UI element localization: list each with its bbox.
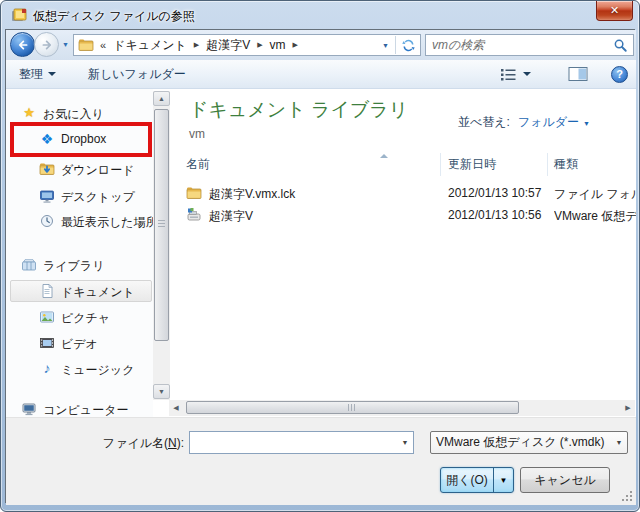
refresh-icon — [401, 38, 416, 53]
sidebar-group-favorites[interactable]: ★ お気に入り — [6, 103, 153, 124]
sidebar-item-desktop[interactable]: デスクトップ — [6, 186, 153, 207]
sidebar-item-music[interactable]: ♪ ミュージック — [6, 359, 153, 380]
filetype-value: VMware 仮想ディスク (*.vmdk) — [431, 434, 611, 451]
sidebar-item-pictures[interactable]: ピクチャ — [6, 307, 153, 328]
chevron-right-icon[interactable]: ▶ — [191, 41, 202, 49]
dialog-client-area: ▼ « ドキュメント ▶ 超漢字V ▶ vm ▶ ▼ — [5, 29, 635, 503]
resize-grip[interactable] — [622, 491, 633, 502]
search-input[interactable] — [426, 36, 613, 54]
documents-icon — [39, 283, 55, 299]
chevron-down-icon — [48, 72, 56, 76]
new-folder-label: 新しいフォルダー — [88, 66, 186, 83]
column-header-name[interactable]: 名前 — [170, 153, 441, 176]
search-box[interactable] — [425, 34, 634, 56]
open-button[interactable]: 開く(O) — [441, 468, 493, 492]
access-key: N — [168, 436, 177, 450]
chevron-right-icon[interactable]: ▶ — [254, 41, 265, 49]
column-headers: 名前 更新日時 種類 — [170, 153, 636, 176]
music-icon: ♪ — [39, 361, 55, 377]
arrange-by-label: 並べ替え: — [458, 115, 510, 129]
filetype-dropdown[interactable]: VMware 仮想ディスク (*.vmdk) ▼ — [430, 431, 628, 454]
window-title: 仮想ディスク ファイルの参照 — [33, 8, 195, 25]
breadcrumb-item-vm[interactable]: vm — [266, 38, 290, 52]
library-title: ドキュメント ライブラリ — [189, 97, 408, 123]
star-icon: ★ — [21, 105, 37, 121]
scroll-left-button[interactable]: ◀ — [169, 400, 183, 415]
scroll-right-icon: ▶ — [625, 404, 630, 412]
videos-icon — [39, 335, 55, 351]
dialog-footer: ファイル名(N): ▼ VMware 仮想ディスク (*.vmdk) ▼ 開く(… — [6, 417, 636, 505]
back-button[interactable] — [10, 32, 35, 57]
filename-combobox[interactable]: ▼ — [189, 431, 414, 454]
file-row-lck-folder[interactable]: 超漢字V.vmx.lck 2012/01/13 10:57 ファイル フォルダー — [170, 182, 636, 204]
command-bar: 整理 新しいフォルダー ? — [6, 60, 636, 89]
sidebar-item-videos[interactable]: ビデオ — [6, 333, 153, 354]
folder-icon — [78, 37, 94, 53]
scroll-left-icon: ◀ — [173, 404, 178, 412]
scrollbar-thumb[interactable] — [186, 401, 519, 414]
scroll-up-button[interactable]: ▲ — [153, 91, 170, 106]
file-row-vmdk[interactable]: 超漢字V 2012/01/13 10:56 VMware 仮想ディスク — [170, 204, 636, 226]
chevron-down-icon: ▼ — [611, 439, 627, 446]
change-view-button[interactable] — [496, 60, 535, 88]
filename-input[interactable] — [190, 434, 397, 452]
vmware-disk-icon — [186, 207, 202, 223]
arrange-by-control: 並べ替え:フォルダー▼ — [458, 114, 590, 131]
breadcrumb-overflow-chevron[interactable]: « — [100, 39, 106, 51]
close-button[interactable]: ✕ — [596, 1, 633, 21]
chevron-down-icon[interactable]: ▼ — [583, 120, 590, 127]
forward-arrow-icon — [39, 37, 55, 53]
back-arrow-icon — [15, 37, 31, 53]
arrange-by-value[interactable]: フォルダー — [518, 115, 579, 129]
organize-button[interactable]: 整理 — [15, 60, 60, 88]
address-dropdown-icon[interactable]: ▼ — [376, 42, 395, 49]
open-dropdown-button[interactable]: ▼ — [494, 468, 513, 492]
navigation-pane: ★ お気に入り ❖ Dropbox — [6, 89, 153, 417]
dialog-window: 仮想ディスク ファイルの参照 ✕ ▼ — [0, 0, 640, 512]
sidebar-item-downloads[interactable]: ダウンロード — [6, 159, 153, 180]
sidebar-item-recent-places[interactable]: 最近表示した場所 — [6, 211, 153, 232]
close-icon: ✕ — [610, 4, 619, 16]
title-bar[interactable]: 仮想ディスク ファイルの参照 ✕ — [1, 1, 639, 29]
downloads-folder-icon — [39, 161, 55, 177]
forward-button[interactable] — [34, 32, 59, 57]
scroll-up-icon: ▲ — [158, 95, 165, 102]
list-view-icon — [500, 67, 518, 82]
breadcrumb-item-chokanji[interactable]: 超漢字V — [202, 37, 254, 54]
folder-icon — [186, 185, 202, 201]
file-list-pane: ドキュメント ライブラリ vm 並べ替え:フォルダー▼ 名前 更新日時 種類 — [170, 89, 636, 400]
sidebar-group-libraries[interactable]: ライブラリ — [6, 255, 153, 276]
preview-pane-button[interactable] — [564, 60, 592, 88]
scroll-down-button[interactable]: ▼ — [153, 384, 170, 399]
annotation-red-box — [10, 122, 152, 157]
cancel-button[interactable]: キャンセル — [520, 467, 610, 493]
filename-label: ファイル名(N): — [24, 435, 184, 452]
search-icon[interactable] — [613, 38, 628, 53]
preview-pane-icon — [568, 66, 588, 82]
main-area: ★ お気に入り ❖ Dropbox — [6, 89, 636, 417]
library-location: vm — [189, 127, 205, 141]
column-header-modified[interactable]: 更新日時 — [441, 153, 548, 176]
open-split-button[interactable]: 開く(O) ▼ — [440, 467, 514, 493]
scrollbar-thumb[interactable] — [154, 109, 169, 341]
help-button[interactable]: ? — [607, 60, 632, 88]
vmware-app-icon[interactable] — [11, 7, 27, 23]
chevron-right-icon[interactable]: ▶ — [290, 41, 301, 49]
scroll-down-icon: ▼ — [158, 388, 165, 395]
chevron-down-icon[interactable]: ▼ — [397, 439, 413, 446]
sort-ascending-icon — [380, 154, 388, 158]
file-list-horizontal-scrollbar[interactable]: ◀ ▶ — [169, 400, 635, 416]
refresh-button[interactable] — [396, 35, 420, 55]
new-folder-button[interactable]: 新しいフォルダー — [84, 60, 190, 88]
sidebar-scrollbar[interactable]: ▲ ▼ — [153, 91, 170, 400]
recent-pages-dropdown[interactable]: ▼ — [62, 41, 69, 48]
breadcrumb-item-documents[interactable]: ドキュメント — [109, 37, 191, 54]
recent-places-icon — [39, 213, 55, 229]
sidebar-item-documents[interactable]: ドキュメント — [6, 281, 153, 302]
help-icon: ? — [611, 66, 628, 83]
scroll-right-button[interactable]: ▶ — [621, 400, 635, 415]
breadcrumb[interactable]: « ドキュメント ▶ 超漢字V ▶ vm ▶ ▼ — [73, 34, 421, 56]
column-header-type[interactable]: 種類 — [548, 153, 636, 176]
address-bar: ▼ « ドキュメント ▶ 超漢字V ▶ vm ▶ ▼ — [6, 30, 636, 60]
pictures-icon — [39, 309, 55, 325]
